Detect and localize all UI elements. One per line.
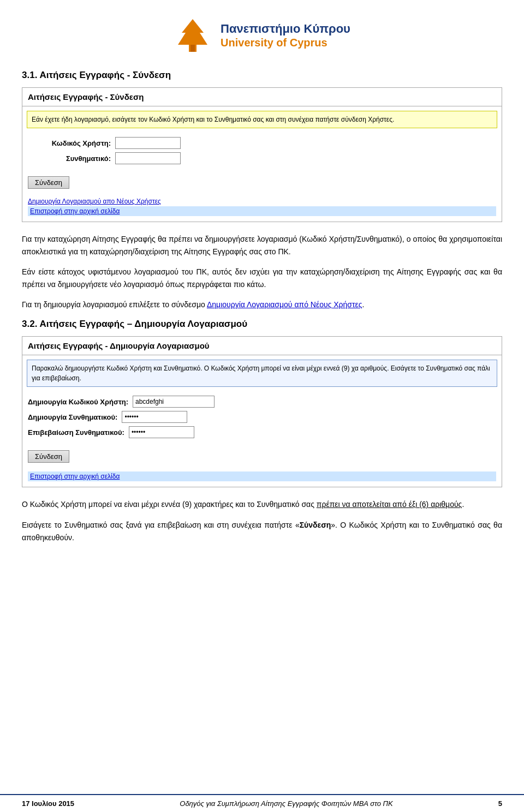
footer-page-number: 5	[498, 799, 502, 808]
login-links: Δημιουργία Λογαριασμού απο Νέους Χρήστες…	[22, 198, 502, 222]
username-input[interactable]	[115, 137, 181, 149]
create-username-row: Δημιουργία Κωδικού Χρήστη:	[28, 396, 496, 408]
login-actions: Σύνδεση	[22, 172, 502, 198]
page-header: Πανεπιστήμιο Κύπρου University of Cyprus	[22, 11, 502, 55]
confirm-password-label: Επιβεβαίωση Συνθηματικού:	[28, 428, 129, 437]
register-panel-title: Αιτήσεις Εγγραφής - Δημιουργία Λογαριασμ…	[22, 337, 502, 355]
register-form-fields: Δημιουργία Κωδικού Χρήστη: Δημιουργία Συ…	[22, 391, 502, 446]
footer-date: 17 Ιουλίου 2015	[22, 799, 74, 808]
password-label: Συνθηματικό:	[28, 154, 115, 163]
create-username-input[interactable]	[133, 396, 215, 408]
register-links: Επιστροφή στην αρχική σελίδα	[22, 471, 502, 487]
username-label: Κωδικός Χρήστη:	[28, 139, 115, 147]
paragraph3-end: .	[362, 300, 365, 309]
body-paragraph-4: Ο Κωδικός Χρήστη μπορεί να είναι μέχρι ε…	[22, 498, 502, 511]
university-name-greek: Πανεπιστήμιο Κύπρου	[221, 22, 350, 36]
paragraph4-text: Ο Κωδικός Χρήστη μπορεί να είναι μέχρι ε…	[22, 500, 464, 509]
confirm-password-input[interactable]	[129, 426, 194, 438]
confirm-password-row: Επιβεβαίωση Συνθηματικού:	[28, 426, 496, 438]
login-panel: Αιτήσεις Εγγραφής - Σύνδεση Εάν έχετε ήδ…	[22, 87, 502, 222]
create-password-row: Δημιουργία Συνθηματικού:	[28, 411, 496, 423]
paragraph3-start: Για τη δημιουργία λογαριασμού επιλέξετε …	[22, 300, 207, 309]
paragraph5-bold: Σύνδεση	[300, 521, 331, 529]
return-home-link-1[interactable]: Επιστροφή στην αρχική σελίδα	[28, 206, 496, 216]
login-panel-title: Αιτήσεις Εγγραφής - Σύνδεση	[22, 88, 502, 106]
body-paragraph-1: Για την καταχώρηση Αίτησης Εγγραφής θα π…	[22, 233, 502, 258]
username-row: Κωδικός Χρήστη:	[28, 137, 496, 149]
svg-rect-1	[190, 45, 195, 52]
section1-heading: 3.1. Αιτήσεις Εγγραφής - Σύνδεση	[22, 70, 502, 81]
footer-title: Οδηγός για Συμπλήρωση Αίτησης Εγγραφής Φ…	[74, 799, 498, 808]
new-user-link[interactable]: Δημιουργία Λογαριασμού απο Νέους Χρήστες	[28, 198, 496, 205]
register-button[interactable]: Σύνδεση	[28, 450, 69, 463]
register-actions: Σύνδεση	[22, 446, 502, 471]
login-panel-info: Εάν έχετε ήδη λογαριασμό, εισάγετε τον Κ…	[27, 111, 497, 128]
register-panel-info: Παρακαλώ δημιουργήστε Κωδικό Χρήστη και …	[27, 360, 497, 387]
university-logo-icon	[174, 16, 212, 55]
paragraph5-start: Εισάγετε το Συνθηματικό σας ξανά για επι…	[22, 521, 300, 529]
new-account-link[interactable]: Δημιουργία Λογαριασμού από Νέους Χρήστες	[207, 300, 362, 309]
login-form-fields: Κωδικός Χρήστη: Συνθηματικό:	[22, 133, 502, 172]
create-password-input[interactable]	[122, 411, 187, 423]
create-password-label: Δημιουργία Συνθηματικού:	[28, 413, 122, 421]
password-input[interactable]	[115, 152, 181, 164]
password-row: Συνθηματικό:	[28, 152, 496, 164]
page-footer: 17 Ιουλίου 2015 Οδηγός για Συμπλήρωση Αί…	[0, 794, 524, 812]
create-username-label: Δημιουργία Κωδικού Χρήστη:	[28, 398, 133, 406]
university-name-english: University of Cyprus	[221, 36, 350, 49]
section2-heading: 3.2. Αιτήσεις Εγγραφής – Δημιουργία Λογα…	[22, 319, 502, 330]
register-panel: Αιτήσεις Εγγραφής - Δημιουργία Λογαριασμ…	[22, 336, 502, 487]
body-paragraph-3: Για τη δημιουργία λογαριασμού επιλέξετε …	[22, 298, 502, 311]
login-button[interactable]: Σύνδεση	[28, 176, 69, 189]
page-wrapper: Πανεπιστήμιο Κύπρου University of Cyprus…	[0, 0, 524, 584]
return-home-link-2[interactable]: Επιστροφή στην αρχική σελίδα	[28, 471, 496, 481]
header-title: Πανεπιστήμιο Κύπρου University of Cyprus	[221, 22, 350, 49]
body-paragraph-5: Εισάγετε το Συνθηματικό σας ξανά για επι…	[22, 519, 502, 544]
body-paragraph-2: Εάν είστε κάτοχος υφιστάμενου λογαριασμο…	[22, 266, 502, 291]
